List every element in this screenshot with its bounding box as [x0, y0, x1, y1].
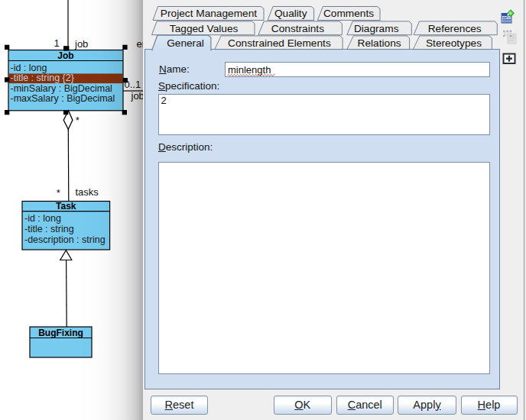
svg-text:-maxSalary : BigDecimal: -maxSalary : BigDecimal [11, 93, 115, 104]
svg-text:Diagrams: Diagrams [354, 23, 399, 34]
svg-text:References: References [428, 23, 482, 34]
svg-text:Tagged Values: Tagged Values [170, 23, 239, 34]
svg-text:Stereotypes: Stereotypes [426, 37, 482, 49]
svg-text:General: General [167, 37, 204, 49]
svg-text:er: er [137, 38, 144, 50]
svg-text:-minSalary : BigDecimal: -minSalary : BigDecimal [11, 83, 112, 94]
svg-text:Constrained Elements: Constrained Elements [228, 37, 331, 49]
svg-text:-title : string {2}: -title : string {2} [11, 73, 74, 83]
svg-text:Quality: Quality [274, 8, 307, 19]
svg-text:Project Management: Project Management [161, 8, 257, 19]
svg-text:job: job [74, 38, 88, 50]
svg-text:*: * [57, 187, 60, 199]
svg-text:-id : long: -id : long [11, 63, 47, 73]
svg-text:Relations: Relations [358, 37, 401, 49]
svg-text:job: job [131, 90, 144, 102]
svg-text:-title : string: -title : string [24, 224, 74, 234]
svg-text:tasks: tasks [76, 186, 99, 198]
svg-text:-id : long: -id : long [24, 213, 61, 224]
svg-text:*: * [76, 115, 80, 126]
svg-text:Task: Task [56, 201, 76, 212]
svg-text:1: 1 [54, 37, 60, 49]
svg-text:Constraints: Constraints [271, 23, 324, 34]
svg-text:-description : string: -description : string [24, 234, 106, 245]
svg-text:BugFixing: BugFixing [38, 328, 83, 338]
svg-text:Job: Job [57, 50, 73, 61]
svg-text:0..1: 0..1 [125, 79, 141, 90]
svg-text:Comments: Comments [323, 8, 374, 19]
